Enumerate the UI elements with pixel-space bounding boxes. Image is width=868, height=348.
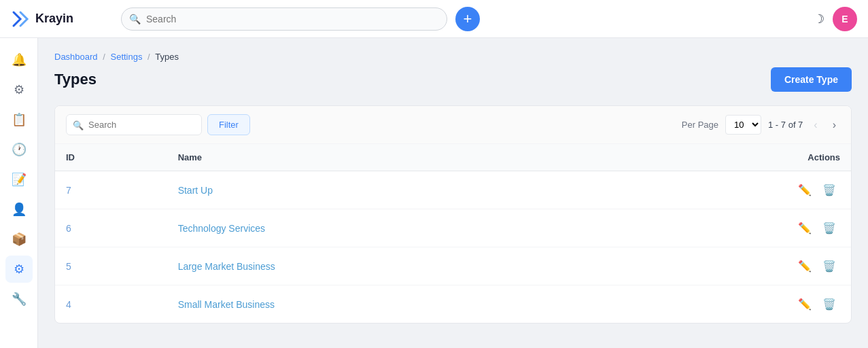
filter-button[interactable]: Filter (207, 114, 250, 135)
sidebar-item-grid[interactable]: ⚙ (5, 76, 33, 103)
sidebar-item-person[interactable]: 👤 (5, 196, 33, 223)
cell-id: 7 (55, 171, 167, 209)
breadcrumb-current: Types (155, 52, 179, 62)
edit-button[interactable]: ✏️ (794, 181, 816, 199)
breadcrumb-settings[interactable]: Settings (110, 52, 142, 62)
table-search-container: 🔍 (66, 114, 202, 135)
sidebar-item-wrench[interactable]: 🔧 (5, 285, 33, 313)
nav-right: ☽ E (814, 7, 857, 31)
person-icon: 👤 (12, 202, 27, 217)
table-body: 7 Start Up ✏️ 🗑️ 6 Technology Services ✏… (55, 171, 851, 324)
delete-button[interactable]: 🗑️ (818, 219, 840, 237)
per-page-select[interactable]: 10 25 50 (725, 115, 761, 135)
per-page-label: Per Page (682, 120, 718, 130)
pagination-prev-button[interactable]: ‹ (810, 116, 821, 134)
filter-left: 🔍 Filter (66, 114, 250, 135)
sidebar: 🔔 ⚙ 📋 🕐 📝 👤 📦 ⚙ 🔧 (0, 38, 38, 348)
col-id: ID (55, 144, 167, 171)
filter-bar: 🔍 Filter Per Page 10 25 50 1 - 7 of 7 ‹ … (55, 106, 851, 144)
sidebar-item-clock[interactable]: 🕐 (5, 136, 33, 163)
cell-name: Large Market Business (167, 247, 603, 285)
cell-name: Technology Services (167, 209, 603, 247)
filter-right: Per Page 10 25 50 1 - 7 of 7 ‹ › (682, 115, 840, 135)
breadcrumb-dashboard[interactable]: Dashboard (54, 52, 98, 62)
create-type-button[interactable]: Create Type (771, 67, 852, 92)
table-row: 7 Start Up ✏️ 🗑️ (55, 171, 851, 209)
notes-icon: 📝 (12, 172, 27, 187)
table-head: ID Name Actions (55, 144, 851, 171)
page-header: Types Create Type (54, 67, 852, 92)
delete-button[interactable]: 🗑️ (818, 257, 840, 275)
grid-icon: ⚙ (14, 82, 24, 97)
breadcrumb: Dashboard / Settings / Types (54, 52, 852, 62)
list-icon: 📋 (12, 112, 27, 127)
col-actions: Actions (603, 144, 851, 171)
breadcrumb-sep-2: / (147, 52, 150, 62)
cell-actions: ✏️ 🗑️ (603, 171, 851, 209)
app-name: Krayin (35, 12, 73, 26)
table-search-icon: 🔍 (73, 120, 84, 130)
cell-actions: ✏️ 🗑️ (603, 209, 851, 247)
logo-icon (11, 10, 30, 29)
cell-id: 6 (55, 209, 167, 247)
logo-area: Krayin (11, 10, 113, 29)
global-search-bar: 🔍 (121, 7, 447, 31)
table-row: 6 Technology Services ✏️ 🗑️ (55, 209, 851, 247)
cell-id: 5 (55, 247, 167, 285)
theme-toggle-button[interactable]: ☽ (814, 12, 824, 27)
delete-button[interactable]: 🗑️ (818, 181, 840, 199)
navbar: Krayin 🔍 + ☽ E (0, 0, 868, 38)
edit-button[interactable]: ✏️ (794, 257, 816, 275)
data-table: ID Name Actions 7 Start Up ✏️ 🗑️ 6 Techn… (55, 144, 851, 323)
table-row: 5 Large Market Business ✏️ 🗑️ (55, 247, 851, 285)
sidebar-item-notes[interactable]: 📝 (5, 166, 33, 193)
cell-id: 4 (55, 285, 167, 324)
edit-button[interactable]: ✏️ (794, 219, 816, 237)
sidebar-item-bell[interactable]: 🔔 (5, 46, 33, 73)
cell-name: Small Market Business (167, 285, 603, 324)
pagination-next-button[interactable]: › (829, 116, 840, 134)
sidebar-item-settings[interactable]: ⚙ (5, 256, 33, 283)
table-row: 4 Small Market Business ✏️ 🗑️ (55, 285, 851, 324)
sidebar-item-list[interactable]: 📋 (5, 106, 33, 133)
user-avatar-button[interactable]: E (833, 7, 857, 31)
add-button[interactable]: + (455, 7, 480, 31)
table-card: 🔍 Filter Per Page 10 25 50 1 - 7 of 7 ‹ … (54, 105, 852, 324)
global-search-input[interactable] (121, 7, 447, 31)
clock-icon: 🕐 (12, 142, 27, 157)
nav-search-icon: 🔍 (129, 14, 141, 24)
cell-actions: ✏️ 🗑️ (603, 285, 851, 324)
cell-actions: ✏️ 🗑️ (603, 247, 851, 285)
wrench-icon: 🔧 (12, 292, 27, 307)
table-search-input[interactable] (66, 114, 202, 135)
sidebar-item-package[interactable]: 📦 (5, 226, 33, 253)
breadcrumb-sep-1: / (103, 52, 105, 62)
col-name: Name (167, 144, 603, 171)
delete-button[interactable]: 🗑️ (818, 295, 840, 313)
page-title: Types (54, 71, 97, 88)
package-icon: 📦 (12, 232, 27, 247)
edit-button[interactable]: ✏️ (794, 295, 816, 313)
pagination-info: 1 - 7 of 7 (768, 120, 803, 130)
settings-icon: ⚙ (14, 262, 24, 277)
bell-icon: 🔔 (12, 52, 27, 67)
table-header-row: ID Name Actions (55, 144, 851, 171)
main-content: Dashboard / Settings / Types Types Creat… (38, 38, 868, 348)
cell-name: Start Up (167, 171, 603, 209)
